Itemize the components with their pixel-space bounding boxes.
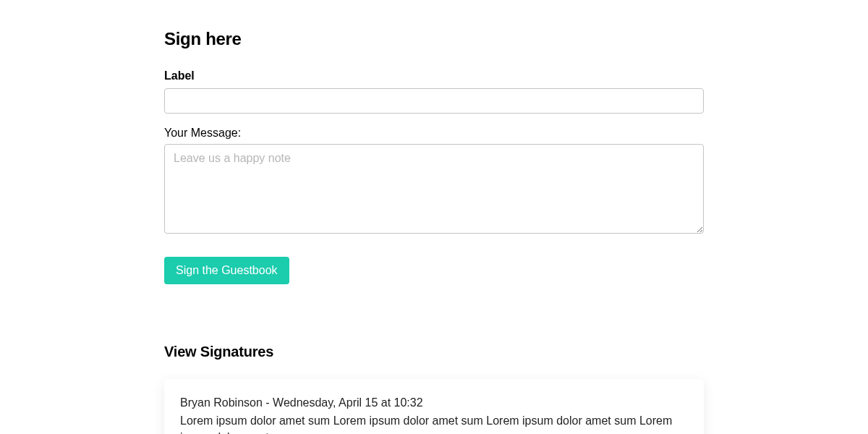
name-label: Label bbox=[164, 69, 704, 82]
name-input[interactable] bbox=[164, 88, 704, 114]
sign-guestbook-button[interactable]: Sign the Guestbook bbox=[164, 257, 289, 284]
name-field-group: Label bbox=[164, 69, 704, 114]
message-textarea[interactable] bbox=[164, 144, 704, 234]
signature-card: Bryan Robinson - Wednesday, April 15 at … bbox=[164, 379, 704, 434]
message-label: Your Message: bbox=[164, 127, 704, 140]
signatures-section: View Signatures Bryan Robinson - Wednesd… bbox=[164, 344, 704, 434]
signature-meta: Bryan Robinson - Wednesday, April 15 at … bbox=[180, 396, 688, 409]
view-signatures-heading: View Signatures bbox=[164, 344, 704, 360]
signature-body: Lorem ipsum dolor amet sum Lorem ipsum d… bbox=[180, 412, 688, 434]
message-field-group: Your Message: bbox=[164, 127, 704, 237]
sign-here-heading: Sign here bbox=[164, 29, 704, 49]
